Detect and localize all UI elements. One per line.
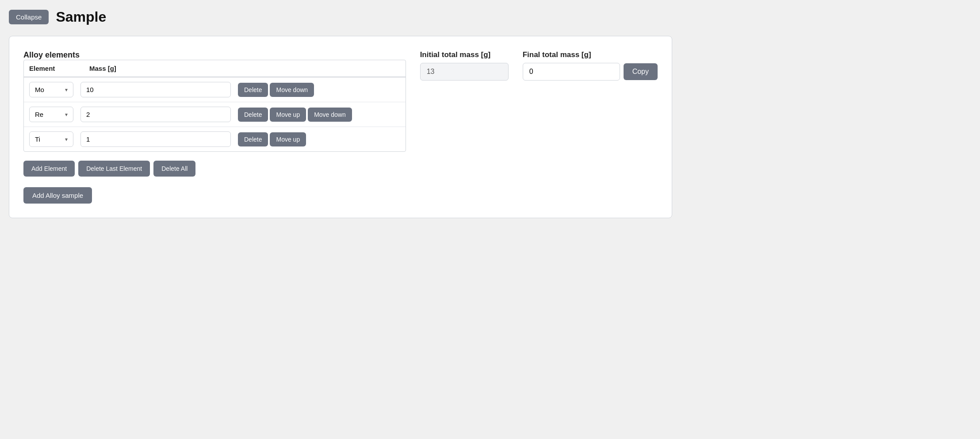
mass-input-1[interactable] bbox=[80, 82, 231, 97]
table-row: Mo Re Ti ▾ Delete Move up Move down bbox=[24, 102, 406, 127]
col-mass-header: Mass [g] bbox=[89, 65, 400, 72]
final-mass-input[interactable] bbox=[523, 63, 620, 81]
page-header: Collapse Sample bbox=[9, 9, 971, 25]
delete-button-3[interactable]: Delete bbox=[238, 132, 268, 146]
move-up-button-2[interactable]: Move up bbox=[270, 108, 306, 122]
alloy-table: Element Mass [g] Mo Re Ti ▾ bbox=[23, 60, 406, 152]
delete-button-2[interactable]: Delete bbox=[238, 108, 268, 122]
initial-mass-group: Initial total mass [g] bbox=[420, 50, 509, 81]
delete-all-button[interactable]: Delete All bbox=[153, 161, 195, 177]
row-buttons-1: Delete Move down bbox=[238, 83, 314, 97]
element-dropdown-3[interactable]: Mo Re Ti bbox=[35, 135, 61, 143]
element-dropdown-2[interactable]: Mo Re Ti bbox=[35, 111, 61, 118]
final-mass-input-row: Copy bbox=[523, 63, 658, 81]
initial-mass-label: Initial total mass [g] bbox=[420, 50, 509, 59]
collapse-button[interactable]: Collapse bbox=[9, 10, 49, 24]
delete-button-1[interactable]: Delete bbox=[238, 83, 268, 97]
element-select-1[interactable]: Mo Re Ti ▾ bbox=[29, 82, 73, 97]
final-mass-group: Final total mass [g] Copy bbox=[523, 50, 658, 81]
element-select-2[interactable]: Mo Re Ti ▾ bbox=[29, 107, 73, 122]
element-select-3[interactable]: Mo Re Ti ▾ bbox=[29, 131, 73, 147]
mass-input-2[interactable] bbox=[80, 107, 231, 122]
page-title: Sample bbox=[56, 9, 106, 25]
col-element-header: Element bbox=[29, 65, 82, 72]
chevron-down-icon: ▾ bbox=[65, 112, 68, 118]
row-buttons-2: Delete Move up Move down bbox=[238, 108, 352, 122]
table-header-row: Element Mass [g] bbox=[24, 60, 406, 77]
final-mass-label: Final total mass [g] bbox=[523, 50, 658, 59]
table-row: Mo Re Ti ▾ Delete Move down bbox=[24, 77, 406, 102]
chevron-down-icon: ▾ bbox=[65, 87, 68, 93]
top-section: Alloy elements Element Mass [g] Mo Re Ti… bbox=[23, 50, 658, 204]
alloy-elements-header: Alloy elements bbox=[23, 50, 406, 60]
copy-button[interactable]: Copy bbox=[624, 63, 658, 80]
chevron-down-icon: ▾ bbox=[65, 136, 68, 142]
main-card: Alloy elements Element Mass [g] Mo Re Ti… bbox=[9, 36, 672, 218]
bottom-buttons: Add Element Delete Last Element Delete A… bbox=[23, 161, 406, 177]
move-down-button-2[interactable]: Move down bbox=[308, 108, 352, 122]
mass-headers-row: Initial total mass [g] Final total mass … bbox=[420, 50, 658, 81]
add-element-button[interactable]: Add Element bbox=[23, 161, 75, 177]
element-dropdown-1[interactable]: Mo Re Ti bbox=[35, 86, 61, 93]
left-section: Alloy elements Element Mass [g] Mo Re Ti… bbox=[23, 50, 406, 204]
mass-input-3[interactable] bbox=[80, 131, 231, 147]
add-alloy-sample-button[interactable]: Add Alloy sample bbox=[23, 187, 92, 204]
table-row: Mo Re Ti ▾ Delete Move up bbox=[24, 127, 406, 151]
delete-last-element-button[interactable]: Delete Last Element bbox=[78, 161, 150, 177]
move-up-button-3[interactable]: Move up bbox=[270, 132, 306, 146]
move-down-button-1[interactable]: Move down bbox=[270, 83, 314, 97]
row-buttons-3: Delete Move up bbox=[238, 132, 306, 146]
right-section: Initial total mass [g] Final total mass … bbox=[420, 50, 658, 81]
initial-mass-input[interactable] bbox=[420, 63, 509, 81]
